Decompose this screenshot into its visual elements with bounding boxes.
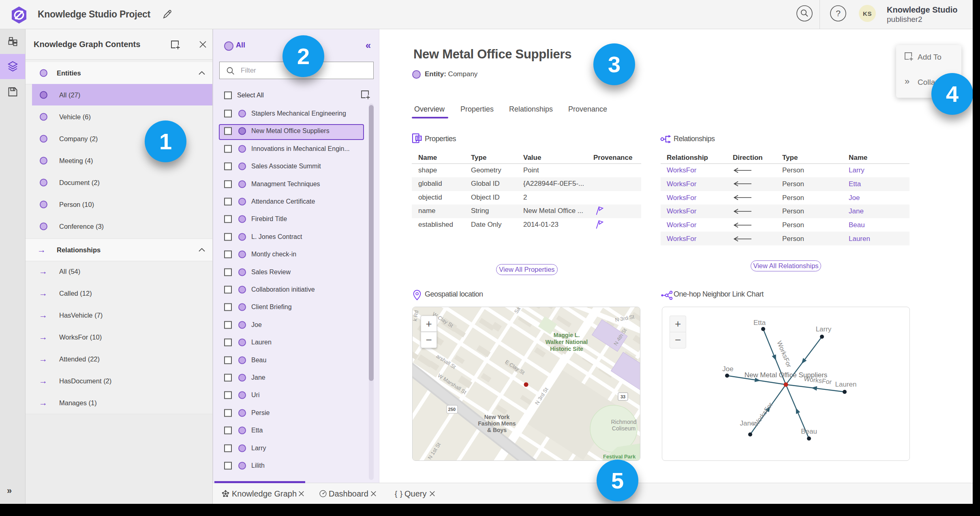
svg-text:Festival Park: Festival Park xyxy=(603,454,636,460)
svg-text:Joe: Joe xyxy=(722,365,733,373)
svg-text:Richmond: Richmond xyxy=(611,419,636,425)
svg-text:WorksFor: WorksFor xyxy=(752,401,774,428)
svg-text:Larry: Larry xyxy=(816,325,832,333)
svg-text:Maggie L.: Maggie L. xyxy=(554,332,580,338)
svg-text:Historic Site: Historic Site xyxy=(550,346,583,352)
svg-text:250: 250 xyxy=(448,407,456,412)
svg-text:Walker National: Walker National xyxy=(546,339,588,345)
svg-text:WorksFor: WorksFor xyxy=(803,375,832,385)
svg-text:Beau: Beau xyxy=(801,428,817,435)
svg-text:33: 33 xyxy=(621,394,625,399)
svg-text:Coliseum: Coliseum xyxy=(612,425,636,432)
svg-text:?: ? xyxy=(836,9,841,18)
svg-text:Lauren: Lauren xyxy=(835,381,857,388)
svg-text:Fashion Mens: Fashion Mens xyxy=(478,420,516,427)
svg-text:Etta: Etta xyxy=(753,319,766,327)
svg-text:WorksFor: WorksFor xyxy=(776,340,793,369)
svg-text:& Boys: & Boys xyxy=(487,427,507,433)
svg-text:New York: New York xyxy=(484,414,510,420)
